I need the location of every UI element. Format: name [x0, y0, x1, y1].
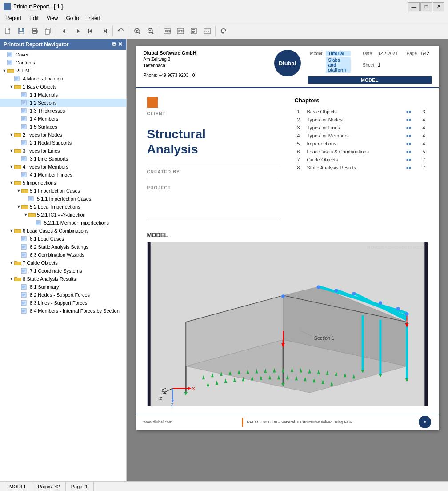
nav-item-8-static[interactable]: ▼8 Static Analysis Results: [0, 275, 126, 283]
nav-item-6-load[interactable]: ▼6 Load Cases & Combinations: [0, 227, 126, 235]
nav-item-1-basic[interactable]: ▼1 Basic Objects: [0, 83, 126, 91]
tree-toggle-1.3[interactable]: [16, 108, 21, 113]
toolbar-undo[interactable]: [115, 25, 127, 37]
tree-toggle-1.4[interactable]: [16, 116, 21, 121]
nav-item-contents[interactable]: Contents: [0, 59, 126, 67]
nav-item-8.1[interactable]: 8.1 Summary: [0, 283, 126, 291]
nav-item-5.2.1[interactable]: ▼5.2.1 IC1 - -Y-direction: [0, 211, 126, 219]
nav-item-7.1[interactable]: 7.1 Coordinate Systems: [0, 267, 126, 275]
tree-toggle-1.5[interactable]: [16, 124, 21, 129]
nav-item-1.1[interactable]: 1.1 Materials: [0, 91, 126, 99]
tree-toggle-7.1[interactable]: [16, 268, 21, 274]
nav-item-6.3[interactable]: 6.3 Combination Wizards: [0, 251, 126, 259]
tree-toggle-8-static[interactable]: ▼: [9, 276, 14, 282]
tree-toggle-rfem[interactable]: ▼: [2, 68, 7, 73]
nav-item-4.1[interactable]: 4.1 Member Hinges: [0, 171, 126, 179]
nav-item-8.4[interactable]: 8.4 Members - Internal Forces by Section: [0, 307, 126, 315]
tree-toggle-5-imperf[interactable]: ▼: [9, 180, 14, 185]
tree-toggle-1.1[interactable]: [16, 92, 21, 97]
nav-item-4-members[interactable]: ▼4 Types for Members: [0, 163, 126, 171]
tree-toggle-cover[interactable]: [2, 52, 7, 57]
toolbar-last[interactable]: [98, 25, 111, 37]
toolbar-settings[interactable]: [188, 25, 200, 37]
nav-item-rfem[interactable]: ▼RFEM: [0, 67, 126, 75]
tree-toggle-1.2[interactable]: [16, 100, 21, 105]
nav-item-3.1[interactable]: 3.1 Line Supports: [0, 155, 126, 163]
nav-item-cover[interactable]: Cover: [0, 51, 126, 59]
toolbar-copy[interactable]: [42, 25, 54, 37]
nav-item-5.1[interactable]: ▼5.1 Imperfection Cases: [0, 187, 126, 195]
toolbar-new[interactable]: [2, 25, 14, 37]
tree-toggle-6.3[interactable]: [16, 252, 21, 258]
nav-item-8.2[interactable]: 8.2 Nodes - Support Forces: [0, 291, 126, 299]
nav-item-2-nodes[interactable]: ▼2 Types for Nodes: [0, 131, 126, 139]
close-button[interactable]: ✕: [433, 2, 444, 11]
nav-item-1.4[interactable]: 1.4 Members: [0, 115, 126, 123]
tree-toggle-2.1[interactable]: [16, 140, 21, 145]
toolbar-export1[interactable]: PDF: [161, 25, 173, 37]
svg-rect-2: [20, 28, 22, 31]
tree-toggle-a-model[interactable]: [9, 76, 14, 81]
nav-item-5.2[interactable]: ▼5.2 Local Imperfections: [0, 203, 126, 211]
nav-item-a-model[interactable]: A Model - Location: [0, 75, 126, 83]
menu-insert[interactable]: Insert: [84, 14, 104, 22]
tree-toggle-8.2[interactable]: [16, 292, 21, 298]
nav-item-8.3[interactable]: 8.3 Lines - Support Forces: [0, 299, 126, 307]
tree-toggle-4.1[interactable]: [16, 172, 21, 177]
toolbar-export2[interactable]: RTF: [174, 25, 187, 37]
nav-item-6.2[interactable]: 6.2 Static Analysis Settings: [0, 243, 126, 251]
toolbar-prev[interactable]: [58, 25, 71, 37]
toolbar-print[interactable]: [28, 25, 41, 37]
navigator-close-btn[interactable]: ✕: [118, 41, 123, 48]
menu-edit[interactable]: Edit: [26, 14, 42, 22]
nav-item-5.1.1[interactable]: 5.1.1 Imperfection Cases: [0, 195, 126, 203]
nav-item-2.1[interactable]: 2.1 Nodal Supports: [0, 139, 126, 147]
toolbar-export3[interactable]: DOCX: [201, 25, 213, 37]
menu-view[interactable]: View: [43, 14, 62, 22]
nav-item-1.2[interactable]: 1.2 Sections: [0, 99, 126, 107]
chapter-name: Basic Objects: [305, 108, 404, 115]
minimize-button[interactable]: —: [408, 2, 420, 11]
nav-item-7-guide[interactable]: ▼7 Guide Objects: [0, 259, 126, 267]
nav-item-5-imperf[interactable]: ▼5 Imperfections: [0, 179, 126, 187]
tree-toggle-5.2.1[interactable]: ▼: [23, 212, 28, 217]
chapter-row: 3 Types for Lines ■■ 4: [296, 124, 427, 131]
toolbar-save[interactable]: [15, 25, 28, 37]
tree-toggle-8.1[interactable]: [16, 284, 21, 290]
toolbar-first[interactable]: [85, 25, 97, 37]
svg-point-217: [405, 312, 408, 316]
tree-toggle-7-guide[interactable]: ▼: [9, 260, 14, 266]
maximize-button[interactable]: □: [420, 2, 432, 11]
menu-report[interactable]: Report: [2, 14, 25, 22]
doc-icon: [21, 92, 28, 97]
tree-toggle-6-load[interactable]: ▼: [9, 228, 14, 233]
tree-toggle-6.2[interactable]: [16, 244, 21, 250]
toolbar-next[interactable]: [72, 25, 84, 37]
toolbar-zoom-out[interactable]: [144, 25, 157, 37]
tree-toggle-5.1.1[interactable]: [23, 196, 28, 201]
nav-item-1.3[interactable]: 1.3 Thicknesses: [0, 107, 126, 115]
tree-toggle-3-lines[interactable]: ▼: [9, 148, 14, 153]
tree-toggle-8.3[interactable]: [16, 300, 21, 306]
nav-item-1.5[interactable]: 1.5 Surfaces: [0, 123, 126, 131]
tree-toggle-4-members[interactable]: ▼: [9, 164, 14, 169]
tree-toggle-3.1[interactable]: [16, 156, 21, 161]
tree-toggle-6.1[interactable]: [16, 236, 21, 241]
navigator-copy-btn[interactable]: ⧉: [112, 41, 116, 48]
nav-item-5.2.1.1[interactable]: 5.2.1.1 Member Imperfections: [0, 219, 126, 227]
tree-toggle-2-nodes[interactable]: ▼: [9, 132, 14, 137]
tree-toggle-contents[interactable]: [2, 60, 7, 65]
menu-goto[interactable]: Go to: [63, 14, 83, 22]
tree-toggle-5.1[interactable]: ▼: [16, 188, 21, 193]
toolbar-refresh[interactable]: [217, 25, 230, 37]
doc-icon: [36, 220, 43, 225]
tree-toggle-5.2[interactable]: ▼: [16, 204, 21, 209]
tree-toggle-1-basic[interactable]: ▼: [9, 84, 14, 89]
toolbar-zoom-in[interactable]: [131, 25, 144, 37]
doc-icon: [7, 52, 14, 57]
tree-toggle-8.4[interactable]: [16, 308, 21, 314]
nav-item-3-lines[interactable]: ▼3 Types for Lines: [0, 147, 126, 155]
nav-item-6.1[interactable]: 6.1 Load Cases: [0, 235, 126, 243]
content-area[interactable]: Dlubal Software GmbH Am Zellweg 2 Tiefen…: [127, 39, 448, 481]
tree-toggle-5.2.1.1[interactable]: [30, 220, 36, 225]
